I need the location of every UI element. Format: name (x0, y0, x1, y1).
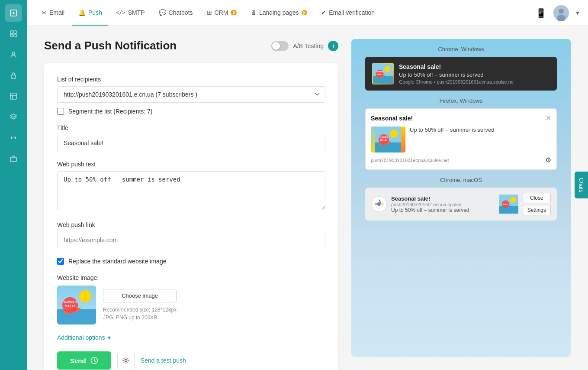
svg-rect-27 (373, 76, 393, 84)
crm-icon: ⊞ (207, 9, 212, 16)
firefox-windows-label: Firefox, Windows (358, 97, 564, 104)
notif-chrome-win-title: Seasonal sale! (399, 63, 550, 70)
website-image-section: Website image: (57, 274, 325, 325)
svg-text:SALE!: SALE! (503, 203, 508, 205)
left-panel: Send a Push Notification A/B Testing i L… (44, 39, 338, 357)
chrome-windows-section: Chrome, Windows SUMMER SALE! (351, 39, 571, 94)
notif-mac-content: Seasonal sale! push201903201601ecnua.spu… (391, 195, 495, 213)
landing-icon: 🖥 (251, 9, 257, 16)
crm-badge: β (231, 10, 237, 15)
svg-rect-18 (57, 309, 96, 325)
nav-smtp[interactable]: </> SMTP (110, 0, 151, 26)
chats-label: Chats (578, 178, 585, 192)
svg-rect-2 (14, 31, 16, 33)
push-link-input[interactable] (57, 232, 325, 248)
send-label: Send (70, 357, 86, 364)
recipients-select[interactable]: http://push201903201601.e.cn.ua (7 subsc… (57, 86, 325, 103)
chat-icon: 💬 (159, 9, 166, 16)
notif-ff-image: SUMMER SALE! (371, 127, 405, 153)
segment-checkbox[interactable] (57, 108, 64, 115)
svg-text:SUMMER: SUMMER (379, 136, 389, 139)
sidebar-item-edit[interactable] (5, 4, 22, 22)
title-input[interactable] (57, 135, 325, 151)
notif-mac-title: Seasonal sale! (391, 195, 495, 202)
recipients-group: List of recipients http://push2019032016… (57, 76, 325, 103)
svg-rect-1 (10, 31, 13, 33)
image-preview: SUMMER SALE! (57, 286, 96, 325)
svg-text:SUMMER: SUMMER (376, 71, 383, 73)
svg-point-13 (79, 290, 91, 302)
clock-icon (90, 357, 98, 364)
notif-ff-body: SUMMER SALE! Up to 50% off – summer is s… (371, 127, 551, 153)
push-form: List of recipients http://push2019032016… (44, 63, 338, 370)
svg-rect-3 (10, 34, 13, 37)
push-link-group: Web push link (57, 221, 325, 248)
svg-rect-6 (11, 75, 16, 78)
notif-ff-footer: push201903201601ecnua.spulse.net ⚙ (371, 156, 551, 164)
nav-right: 📱 ▾ (536, 5, 579, 21)
notif-chrome-win-content: Seasonal sale! Up to 50% off – summer is… (399, 63, 550, 84)
nav-email-verification[interactable]: ✔ Email verification (315, 0, 381, 26)
svg-text:SALE!: SALE! (65, 304, 75, 308)
push-text-label: Web push text (57, 161, 325, 168)
sidebar-item-table[interactable] (5, 88, 22, 105)
sidebar-item-layers[interactable] (5, 108, 22, 126)
send-button[interactable]: Send (57, 351, 111, 370)
segment-checkbox-row[interactable]: Segment the list (Recipients: 7) (57, 108, 325, 115)
sidebar-item-expand[interactable] (5, 129, 22, 146)
choose-image-button[interactable]: Choose image (103, 289, 177, 302)
svg-rect-8 (10, 157, 16, 162)
close-button[interactable]: Close (523, 193, 551, 203)
avatar-dropdown-icon[interactable]: ▾ (576, 9, 579, 17)
nav-landing-pages[interactable]: 🖥 Landing pages β (244, 0, 313, 26)
chrome-windows-label: Chrome, Windows (358, 46, 564, 52)
push-text-input[interactable]: Up to 50% off – summer is served (57, 171, 325, 210)
svg-text:SALE!: SALE! (377, 73, 382, 75)
info-icon[interactable]: i (328, 41, 338, 51)
nav-email[interactable]: ✉ Email (35, 0, 71, 26)
notif-ff-close[interactable]: ✕ (546, 114, 551, 122)
notif-ff-gear-icon[interactable]: ⚙ (545, 156, 551, 164)
svg-text:SUMMER: SUMMER (63, 300, 77, 303)
sidebar-item-lock[interactable] (5, 67, 22, 84)
send-test-link[interactable]: Send a test push (141, 357, 186, 364)
svg-rect-4 (14, 34, 16, 37)
image-hint: Recommended size: 128*128px JPG, PNG up … (103, 306, 177, 321)
website-image-label: Website image: (57, 274, 325, 281)
nav-crm[interactable]: ⊞ CRM β (201, 0, 243, 26)
sidebar-item-dashboard[interactable] (5, 25, 22, 42)
replace-image-checkbox[interactable] (57, 258, 64, 265)
replace-image-row[interactable]: Replace the standard website image (57, 258, 325, 265)
svg-point-33 (390, 130, 398, 138)
push-link-label: Web push link (57, 221, 325, 228)
chats-tab[interactable]: Chats (575, 172, 588, 198)
email-icon: ✉ (42, 9, 47, 16)
ab-testing-toggle[interactable] (271, 41, 289, 51)
mobile-icon[interactable]: 📱 (536, 8, 546, 18)
verify-icon: ✔ (321, 9, 326, 16)
additional-options-toggle[interactable]: Additional options ▾ (57, 334, 325, 341)
notif-chrome-win-source: Google Chrome • push201903201601ecnua.sp… (399, 79, 550, 84)
ab-testing-label: A/B Testing (293, 42, 324, 49)
avatar[interactable] (553, 5, 569, 21)
title-group: Title (57, 124, 325, 151)
svg-rect-34 (375, 143, 401, 153)
content-area: Send a Push Notification A/B Testing i L… (27, 26, 588, 370)
preview-container: Chrome, Windows SUMMER SALE! (351, 39, 571, 357)
notif-mac-image: SALE! (499, 195, 518, 214)
settings-mac-button[interactable]: Settings (523, 205, 551, 215)
sidebar-item-briefcase[interactable] (5, 150, 22, 167)
svg-text:SALE!: SALE! (380, 139, 387, 141)
additional-options-label: Additional options (57, 334, 105, 341)
sidebar-item-contacts[interactable] (5, 46, 22, 63)
replace-image-group: Replace the standard website image (57, 258, 325, 265)
notif-firefox-windows: Seasonal sale! ✕ (365, 108, 557, 170)
firefox-windows-section: Firefox, Windows Seasonal sale! ✕ (351, 94, 571, 173)
chrome-macos-section: Chrome, macOS (351, 173, 571, 227)
page-header: Send a Push Notification A/B Testing i (44, 39, 338, 52)
nav-push[interactable]: 🔔 Push (72, 0, 108, 26)
nav-chatbots[interactable]: 💬 Chatbots (153, 0, 199, 26)
landing-badge: β (302, 10, 308, 15)
send-row: Send Send a test push (57, 351, 325, 370)
settings-button[interactable] (117, 352, 135, 369)
